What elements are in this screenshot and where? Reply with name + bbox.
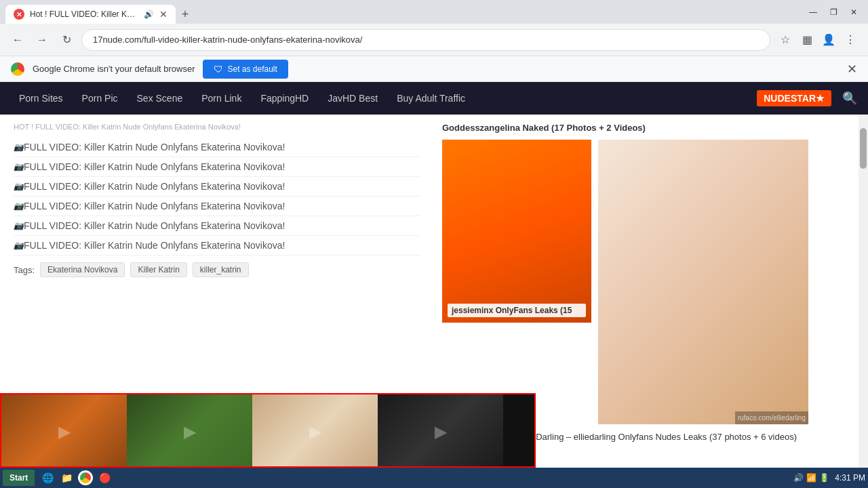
image-placeholder: rufaco.com/elliedarling xyxy=(598,140,808,424)
profile-icon[interactable]: 👤 xyxy=(819,30,838,49)
sys-icons: 🔊 📶 🔋 xyxy=(793,473,829,483)
url-bar[interactable]: 17nude.com/full-video-killer-katrin-nude… xyxy=(81,29,770,51)
taskbar-icons: 🌐 📁 🔴 xyxy=(40,470,112,485)
content-item-text: FULL VIDEO: Killer Katrin Nude Onlyfans … xyxy=(24,161,285,172)
back-button[interactable]: ← xyxy=(8,30,27,49)
tab-bar: ✕ Hot ! FULL VIDEO: Killer Katrin ... 🔊 … xyxy=(5,0,195,24)
content-img-placeholder: 📷 xyxy=(14,182,24,191)
start-button[interactable]: Start xyxy=(3,470,35,486)
taskbar-icon-ie[interactable]: 🌐 xyxy=(40,470,55,485)
content-item[interactable]: 📷 FULL VIDEO: Killer Katrin Nude Onlyfan… xyxy=(14,157,420,177)
taskbar-icon-chrome[interactable] xyxy=(78,470,93,485)
content-item-text: FULL VIDEO: Killer Katrin Nude Onlyfans … xyxy=(24,142,285,152)
nav-item-porn-sites[interactable]: Porn Sites xyxy=(11,87,71,109)
taskbar-icon-stop[interactable]: 🔴 xyxy=(97,470,112,485)
content-item[interactable]: 📷 FULL VIDEO: Killer Katrin Nude Onlyfan… xyxy=(14,177,420,197)
thumb-item-4[interactable]: ▶ xyxy=(378,394,503,468)
thumb-item-3[interactable]: ▶ xyxy=(252,394,378,468)
forward-button[interactable]: → xyxy=(33,30,52,49)
notification-message: Google Chrome isn't your default browser xyxy=(33,64,195,74)
nav-item-fappinghd[interactable]: FappingHD xyxy=(252,87,317,109)
content-item-text: FULL VIDEO: Killer Katrin Nude Onlyfans … xyxy=(24,181,285,192)
address-bar-icons: ☆ ▦ 👤 ⋮ xyxy=(776,30,860,49)
url-text: 17nude.com/full-video-killer-katrin-nude… xyxy=(93,35,362,45)
content-img-placeholder: 📷 xyxy=(14,162,24,171)
content-img-placeholder: 📷 xyxy=(14,201,24,211)
minimize-button[interactable]: — xyxy=(804,3,822,21)
nav-item-sex-scene[interactable]: Sex Scene xyxy=(129,87,191,109)
active-tab[interactable]: ✕ Hot ! FULL VIDEO: Killer Katrin ... 🔊 … xyxy=(5,5,176,24)
chrome-logo xyxy=(11,62,24,76)
chrome-frame: ✕ Hot ! FULL VIDEO: Killer Katrin ... 🔊 … xyxy=(0,0,868,24)
content-item[interactable]: 📷 FULL VIDEO: Killer Katrin Nude Onlyfan… xyxy=(14,216,420,236)
tags-section: Tags: Ekaterina Novikova Killer Katrin k… xyxy=(14,262,420,277)
tab-close-btn[interactable]: ✕ xyxy=(159,9,167,20)
network-icon[interactable]: 📶 xyxy=(806,473,816,483)
jessieminx-image[interactable]: jessieminx OnlyFans Leaks (15 xyxy=(442,140,591,323)
content-item[interactable]: 📷 FULL VIDEO: Killer Katrin Nude Onlyfan… xyxy=(14,138,420,157)
close-window-button[interactable]: ✕ xyxy=(845,3,863,21)
tab-favicon: ✕ xyxy=(14,9,24,20)
tag-ekaterina[interactable]: Ekaterina Novikova xyxy=(40,262,125,277)
nav-item-porn-link[interactable]: Porn Link xyxy=(193,87,250,109)
nav-menu: Porn Sites Porn Pic Sex Scene Porn Link … xyxy=(0,82,868,115)
taskbar: Start 🌐 📁 🔴 🔊 📶 🔋 4:31 PM xyxy=(0,468,868,488)
content-img-placeholder: 📷 xyxy=(14,241,24,250)
thumb-item-2[interactable]: ▶ xyxy=(127,394,252,468)
nav-item-javhd-best[interactable]: JavHD Best xyxy=(319,87,386,109)
content-item-text: FULL VIDEO: Killer Katrin Nude Onlyfans … xyxy=(24,240,285,251)
content-item[interactable]: 📷 FULL VIDEO: Killer Katrin Nude Onlyfan… xyxy=(14,197,420,216)
page-header: HOT ! FULL VIDEO: Killer Katrin Nude Onl… xyxy=(14,123,420,131)
menu-icon[interactable]: ⋮ xyxy=(841,30,860,49)
thumb-item-1[interactable]: ▶ xyxy=(1,394,127,468)
battery-icon[interactable]: 🔋 xyxy=(819,473,829,483)
sidebar-top-title: Goddesszangelina Naked (17 Photos + 2 Vi… xyxy=(442,123,860,133)
new-tab-button[interactable]: + xyxy=(176,5,195,24)
search-icon[interactable]: 🔍 xyxy=(842,91,857,106)
cast-icon[interactable]: ▦ xyxy=(797,30,816,49)
content-item-text: FULL VIDEO: Killer Katrin Nude Onlyfans … xyxy=(24,220,285,231)
reload-button[interactable]: ↻ xyxy=(57,30,76,49)
taskbar-right: 🔊 📶 🔋 4:31 PM xyxy=(793,473,865,483)
tag-killer-kotrin[interactable]: killer_katrin xyxy=(193,262,249,277)
ellie-darling-image[interactable]: rufaco.com/elliedarling xyxy=(598,140,808,424)
set-default-label: Set as default xyxy=(227,64,277,74)
thumb-item-5[interactable] xyxy=(503,394,536,468)
bookmark-icon[interactable]: ☆ xyxy=(776,30,795,49)
volume-icon[interactable]: 🔊 xyxy=(793,473,804,483)
watermark-text: rufaco.com/elliedarling xyxy=(735,411,808,424)
site-logo: NUDESTAR★ xyxy=(757,90,831,106)
scrollbar[interactable] xyxy=(859,115,868,468)
tags-label: Tags: xyxy=(14,265,35,275)
notification-bar: Google Chrome isn't your default browser… xyxy=(0,56,868,82)
jessieminx-title: jessieminx OnlyFans Leaks (15 xyxy=(448,304,586,317)
content-img-placeholder: 📷 xyxy=(14,221,24,230)
thumbnail-strip: ▶ ▶ ▶ ▶ xyxy=(0,393,536,468)
bottom-card-title: Ellie Darling – elliedarling Onlyfans Nu… xyxy=(517,431,860,443)
address-bar: ← → ↻ 17nude.com/full-video-killer-katri… xyxy=(0,24,868,56)
sidebar-middle: jessieminx OnlyFans Leaks (15 rufaco.com… xyxy=(442,140,860,424)
shield-icon: 🛡 xyxy=(214,64,223,75)
window-controls: — ❐ ✕ xyxy=(804,3,863,21)
taskbar-icon-folder[interactable]: 📁 xyxy=(59,470,74,485)
set-default-button[interactable]: 🛡 Set as default xyxy=(203,60,288,79)
scrollbar-thumb[interactable] xyxy=(860,128,867,169)
tab-title: Hot ! FULL VIDEO: Killer Katrin ... xyxy=(30,9,138,19)
content-item-text: FULL VIDEO: Killer Katrin Nude Onlyfans … xyxy=(24,201,285,211)
maximize-button[interactable]: ❐ xyxy=(825,3,842,21)
nav-item-porn-pic[interactable]: Porn Pic xyxy=(74,87,126,109)
tag-killer-katrin[interactable]: Killer Katrin xyxy=(130,262,186,277)
tab-audio-icon: 🔊 xyxy=(144,9,154,19)
taskbar-time: 4:31 PM xyxy=(835,473,865,483)
content-img-placeholder: 📷 xyxy=(14,142,24,152)
content-item[interactable]: 📷 FULL VIDEO: Killer Katrin Nude Onlyfan… xyxy=(14,236,420,256)
nav-item-buy-adult-traffic[interactable]: Buy Adult Traffic xyxy=(389,87,473,109)
notification-close-button[interactable]: ✕ xyxy=(847,62,857,77)
